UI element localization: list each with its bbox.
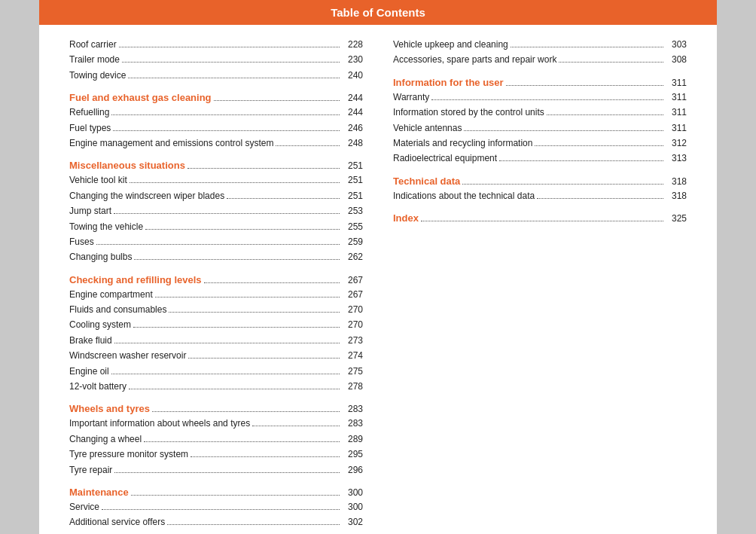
toc-item-label: Trailer mode — [69, 52, 120, 67]
toc-item: Fuel types246 — [69, 121, 363, 136]
toc-item: Indications about the technical data318 — [393, 188, 687, 203]
toc-item: Additional service offers302 — [69, 514, 363, 529]
table-of-contents-header: Table of Contents — [39, 0, 717, 25]
toc-item-label: Important information about wheels and t… — [69, 416, 250, 431]
toc-item-label: Vehicle upkeep and cleaning — [393, 37, 508, 52]
toc-section-heading-row: Fuel and exhaust gas cleaning244 — [69, 92, 363, 103]
toc-page-number: 251 — [342, 188, 363, 203]
toc-item: Fuses259 — [69, 234, 363, 249]
toc-item-label: Materials and recycling information — [393, 136, 532, 151]
toc-page-number: 270 — [342, 302, 363, 317]
toc-dots — [187, 168, 340, 169]
toc-section-heading-label: Technical data — [393, 175, 460, 187]
toc-page-number: 283 — [342, 404, 363, 414]
page: Table of Contents Roof carrier228Trailer… — [39, 0, 717, 534]
toc-item: Refuelling244 — [69, 105, 363, 120]
toc-page-number: 246 — [342, 121, 363, 136]
toc-item: Changing a wheel289 — [69, 432, 363, 447]
toc-page-number: 302 — [342, 514, 363, 529]
toc-item: Warranty311 — [393, 90, 687, 105]
toc-dots — [169, 312, 340, 313]
toc-dots — [462, 184, 663, 185]
toc-item-label: Service — [69, 499, 99, 514]
toc-item: Jump start253 — [69, 203, 363, 218]
toc-item: Materials and recycling information312 — [393, 136, 687, 151]
toc-page-number: 251 — [342, 172, 363, 188]
toc-item: Vehicle upkeep and cleaning303 — [393, 37, 687, 52]
toc-item: Engine management and emissions control … — [69, 136, 363, 151]
toc-dots — [214, 100, 340, 101]
toc-page-number: 318 — [666, 176, 687, 187]
toc-page-number: 267 — [342, 287, 363, 302]
toc-item-label: Roof carrier — [69, 37, 117, 52]
toc-page-number: 311 — [666, 105, 687, 120]
toc-dots — [114, 343, 340, 343]
toc-page-number: 228 — [342, 37, 363, 52]
toc-dots — [511, 47, 663, 47]
toc-dots — [204, 282, 340, 283]
toc-section-heading-row: Maintenance300 — [69, 487, 363, 498]
toc-item: Important information about wheels and t… — [69, 416, 363, 431]
toc-item-label: 12-volt battery — [69, 379, 127, 394]
toc-page-number: 283 — [342, 416, 363, 431]
toc-section-heading-label: Maintenance — [69, 487, 129, 498]
toc-page-number: 262 — [342, 249, 363, 264]
toc-item-label: Fluids and consumables — [69, 302, 166, 317]
toc-section-heading-label: Wheels and tyres — [69, 403, 150, 414]
toc-page-number: 248 — [342, 136, 363, 151]
toc-dots — [537, 198, 663, 199]
toc-item-label: Tyre pressure monitor system — [69, 447, 188, 462]
toc-page-number: 308 — [666, 52, 687, 67]
toc-item: Vehicle antennas311 — [393, 121, 687, 136]
toc-item-label: Engine management and emissions control … — [69, 136, 273, 151]
toc-section-heading-label: Miscellaneous situations — [69, 160, 185, 171]
toc-page-number: 300 — [342, 499, 363, 514]
toc-page-number: 296 — [342, 462, 363, 478]
toc-item: Engine compartment267 — [69, 287, 363, 302]
toc-dots — [227, 198, 340, 199]
toc-item: Accessories, spare parts and repair work… — [393, 52, 687, 67]
toc-dots — [102, 509, 340, 510]
toc-page-number: 240 — [342, 68, 363, 83]
toc-item-label: Refuelling — [69, 105, 109, 120]
toc-page-number: 244 — [342, 105, 363, 120]
toc-dots — [276, 145, 340, 146]
toc-section-heading-row: Index325 — [393, 212, 687, 224]
toc-item-label: Fuel types — [69, 121, 111, 136]
toc-section-heading-label: Checking and refilling levels — [69, 274, 202, 285]
toc-page-number: 253 — [342, 203, 363, 218]
toc-section-heading-row: Information for the user311 — [393, 77, 687, 88]
toc-dots — [122, 62, 340, 63]
right-column: Vehicle upkeep and cleaning303Accessorie… — [393, 37, 687, 530]
toc-dots — [547, 114, 663, 115]
toc-dots — [559, 62, 663, 63]
toc-item: Towing device240 — [69, 68, 363, 83]
toc-item: Changing the windscreen wiper blades251 — [69, 188, 363, 203]
toc-page-number: 251 — [342, 160, 363, 171]
toc-dots — [111, 374, 340, 374]
toc-page-number: 313 — [666, 151, 687, 166]
toc-dots — [252, 426, 340, 426]
toc-section-heading-row: Miscellaneous situations251 — [69, 160, 363, 171]
toc-item: Windscreen washer reservoir274 — [69, 348, 363, 363]
toc-page-number: 273 — [342, 333, 363, 348]
toc-item: Information stored by the control units3… — [393, 105, 687, 120]
toc-dots — [128, 78, 340, 78]
toc-dots — [113, 130, 340, 131]
toc-item-label: Warranty — [393, 90, 429, 105]
toc-page-number: 295 — [342, 447, 363, 462]
toc-page-number: 300 — [342, 487, 363, 498]
toc-item-label: Fuses — [69, 234, 94, 249]
toc-item-label: Vehicle tool kit — [69, 172, 127, 188]
toc-item-label: Jump start — [69, 203, 111, 218]
toc-item: Service300 — [69, 499, 363, 514]
toc-item-label: Indications about the technical data — [393, 188, 535, 203]
toc-item: Engine oil275 — [69, 364, 363, 379]
toc-dots — [506, 85, 663, 86]
toc-page-number: 311 — [666, 90, 687, 105]
toc-item: Tyre pressure monitor system295 — [69, 447, 363, 462]
toc-item: 12-volt battery278 — [69, 379, 363, 394]
toc-item-label: Towing device — [69, 68, 126, 83]
toc-dots — [188, 358, 340, 359]
toc-section-heading-row: Checking and refilling levels267 — [69, 274, 363, 285]
